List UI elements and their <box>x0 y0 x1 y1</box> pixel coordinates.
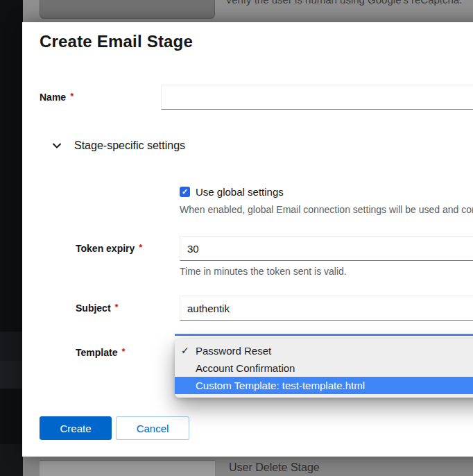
background-table-bottom: User Delete Stage <box>23 457 473 476</box>
subject-form-row: Subject* <box>22 296 473 321</box>
dropdown-option-password-reset[interactable]: ✓ Password Reset <box>175 342 473 359</box>
modal-footer: Create Cancel <box>40 416 189 440</box>
create-button[interactable]: Create <box>40 416 112 440</box>
use-global-settings-checkbox[interactable]: ✓ <box>180 187 190 197</box>
background-stage-select-box <box>40 0 215 19</box>
sidebar-section <box>0 332 23 361</box>
section-label: Stage-specific settings <box>74 139 185 152</box>
template-select-focus-border[interactable] <box>175 334 473 336</box>
modal-title: Create Email Stage <box>40 32 193 51</box>
use-global-settings-helper: When enabled, global Email connection se… <box>180 204 473 215</box>
dropdown-option-account-confirmation[interactable]: Account Confirmation <box>175 359 473 377</box>
cancel-button[interactable]: Cancel <box>116 416 189 440</box>
check-icon: ✓ <box>181 342 194 359</box>
background-table-cell <box>40 460 215 476</box>
background-stage-description: Verify the user is human using Google's … <box>225 0 462 6</box>
dropdown-option-custom-template[interactable]: Custom Template: test-template.html <box>175 377 473 394</box>
required-asterisk: * <box>70 91 74 101</box>
token-expiry-form-row: Token expiry* <box>22 236 473 261</box>
create-email-stage-modal: Create Email Stage Name* Stage-specific … <box>22 22 473 457</box>
app-sidebar <box>0 0 23 476</box>
name-form-row: Name* <box>40 85 473 110</box>
background-stage-name: User Delete Stage <box>229 461 320 474</box>
name-label: Name* <box>40 92 74 103</box>
required-asterisk: * <box>115 302 119 312</box>
token-expiry-helper: Time in minutes the token sent is valid. <box>180 266 347 277</box>
use-global-settings-row[interactable]: ✓ Use global settings <box>180 186 284 198</box>
chevron-down-icon <box>52 141 62 151</box>
template-label: Template* <box>76 347 126 358</box>
sidebar-section <box>0 361 23 389</box>
token-expiry-input[interactable] <box>180 236 473 261</box>
token-expiry-label: Token expiry* <box>76 243 142 254</box>
name-input[interactable] <box>161 85 473 110</box>
sidebar-section <box>0 444 23 476</box>
stage-specific-settings-toggle[interactable]: Stage-specific settings <box>52 137 185 154</box>
use-global-settings-label: Use global settings <box>196 186 284 198</box>
required-asterisk: * <box>121 346 125 357</box>
template-dropdown-menu: ✓ Password Reset Account Confirmation Cu… <box>175 339 473 398</box>
subject-label: Subject* <box>76 303 119 314</box>
background-table-top: Verify the user is human using Google's … <box>23 0 473 22</box>
subject-input[interactable] <box>180 296 473 321</box>
required-asterisk: * <box>139 242 142 253</box>
